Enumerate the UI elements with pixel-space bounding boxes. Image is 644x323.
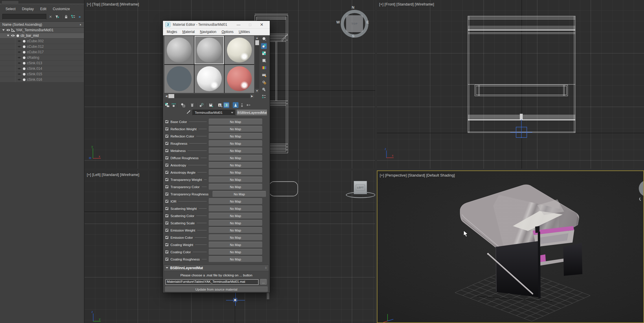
param-checkbox[interactable]: [165, 243, 169, 247]
param-checkbox[interactable]: [165, 127, 169, 131]
sample-slot-5[interactable]: [195, 65, 224, 93]
backlight-icon[interactable]: [261, 43, 267, 49]
param-map-button[interactable]: No Map: [209, 177, 262, 183]
explorer-menu-select[interactable]: Select: [2, 6, 19, 12]
param-checkbox[interactable]: [165, 142, 169, 145]
make-preview-icon[interactable]: [261, 72, 267, 78]
tree-item-cSink.016[interactable]: cSink.016: [0, 77, 84, 82]
param-map-button[interactable]: No Map: [209, 148, 262, 154]
horizontal-scroll-thumb[interactable]: [168, 94, 174, 98]
put-to-library-icon[interactable]: [208, 102, 214, 108]
param-checkbox[interactable]: [165, 120, 169, 124]
scroll-up-icon[interactable]: ▲: [255, 36, 259, 40]
slots-horizontal-scrollbar[interactable]: ◀ ▶: [164, 94, 254, 98]
param-map-button[interactable]: No Map: [209, 213, 262, 219]
viewcube-left[interactable]: LEFT: [354, 181, 367, 194]
tree-item-cSink.015[interactable]: cSink.015: [0, 71, 84, 77]
param-checkbox[interactable]: [165, 236, 169, 239]
tree-item-cCube.002[interactable]: cCube.002: [0, 38, 84, 44]
name-column-header[interactable]: Name (Sorted Ascending) ▲: [0, 21, 84, 27]
material-map-navigator-icon[interactable]: [261, 94, 267, 100]
eye-hidden-icon[interactable]: [17, 78, 21, 81]
eye-hidden-icon[interactable]: [17, 62, 21, 65]
mat-file-path-field[interactable]: Materials\Furniture\Tables\YAK_TerminusB…: [166, 279, 258, 285]
viewport-perspective-label[interactable]: [+] [Perspective] [Standard] [Default Sh…: [380, 173, 455, 177]
minimize-button[interactable]: —: [233, 23, 244, 27]
param-checkbox[interactable]: [165, 257, 169, 261]
object-dot-icon[interactable]: [23, 45, 25, 48]
background-icon[interactable]: [261, 50, 267, 56]
param-map-button[interactable]: No Map: [209, 234, 262, 241]
param-map-button[interactable]: No Map: [209, 205, 262, 212]
viewport-perspective[interactable]: [+] [Perspective] [Standard] [Default Sh…: [377, 170, 644, 323]
tree-item-YAK_TerminusBarMid01[interactable]: YAK_TerminusBarMid01: [0, 27, 84, 33]
object-dot-icon[interactable]: [23, 78, 25, 81]
object-dot-icon[interactable]: [23, 73, 25, 76]
tree-item-cCube.012[interactable]: cCube.012: [0, 44, 84, 49]
param-checkbox[interactable]: [165, 170, 169, 174]
compass-west[interactable]: W: [336, 20, 340, 24]
reset-map-icon[interactable]: [189, 102, 195, 108]
param-map-button[interactable]: No Map: [209, 249, 262, 255]
param-checkbox[interactable]: [165, 134, 169, 138]
eye-hidden-icon[interactable]: [17, 56, 21, 59]
show-shaded-material-in-viewport-icon[interactable]: [223, 102, 229, 108]
param-checkbox[interactable]: [165, 149, 169, 153]
tree-item-cSink.014[interactable]: cSink.014: [0, 66, 84, 71]
param-checkbox[interactable]: [165, 207, 169, 210]
clear-search-icon[interactable]: ✕: [48, 14, 53, 19]
vertical-scroll-thumb[interactable]: [255, 40, 259, 45]
param-map-button[interactable]: No Map: [209, 133, 262, 139]
viewcube-compass[interactable]: TOP N E S W: [337, 6, 369, 38]
search-input[interactable]: [2, 14, 46, 20]
object-dot-icon[interactable]: [23, 62, 25, 65]
browse-button[interactable]: ...: [260, 279, 267, 285]
param-checkbox[interactable]: [165, 199, 169, 203]
slots-vertical-scrollbar[interactable]: ▲ ▼: [255, 36, 259, 93]
material-editor-titlebar[interactable]: 3 Material Editor - TerminusBarMid01 — □…: [163, 21, 270, 29]
filter-icon[interactable]: [55, 14, 60, 19]
material-name-dropdown[interactable]: TerminusBarMid01: [192, 110, 235, 115]
lock-icon[interactable]: [64, 14, 69, 19]
param-checkbox[interactable]: [165, 250, 169, 254]
tree-item-cb_bar_mid[interactable]: cb_bar_mid: [0, 33, 84, 38]
sample-type-icon[interactable]: [261, 36, 267, 42]
material-id-channel-icon[interactable]: 0: [217, 102, 223, 108]
editor-menu-navigation[interactable]: Navigation: [197, 30, 219, 34]
put-material-to-scene-icon[interactable]: [171, 102, 177, 108]
pick-material-eyedropper-icon[interactable]: [186, 109, 191, 115]
editor-menu-utilities[interactable]: Utilities: [236, 30, 253, 34]
param-map-button[interactable]: No Map: [209, 256, 262, 262]
param-checkbox[interactable]: [165, 192, 169, 196]
param-map-button[interactable]: No Map: [209, 198, 262, 204]
assign-material-to-selection-icon[interactable]: [180, 102, 186, 108]
param-map-button[interactable]: No Map: [209, 162, 262, 168]
viewport-front-label[interactable]: [+] [Front] [Standard] [Wireframe]: [379, 2, 434, 6]
update-from-source-button[interactable]: Update from source material: [165, 287, 268, 292]
sample-slot-2[interactable]: [195, 36, 224, 64]
expander-icon[interactable]: [7, 35, 9, 36]
object-dot-icon[interactable]: [23, 51, 25, 54]
compass-top-face[interactable]: TOP: [346, 15, 363, 32]
scroll-right-icon[interactable]: ▶: [250, 94, 254, 98]
material-type-button[interactable]: BSBlinnLayeredMat: [236, 110, 267, 115]
scroll-left-icon[interactable]: ◀: [164, 94, 168, 98]
video-color-check-icon[interactable]: [261, 65, 267, 71]
viewport-top-label[interactable]: [+] [Top] [Standard] [Wireframe]: [87, 2, 139, 6]
eye-hidden-icon[interactable]: [17, 51, 21, 54]
make-material-copy-icon[interactable]: [199, 102, 204, 108]
param-map-button[interactable]: No Map: [209, 184, 262, 190]
param-map-button[interactable]: No Map: [209, 169, 262, 175]
param-map-button[interactable]: No Map: [209, 227, 262, 233]
eye-hidden-icon[interactable]: [17, 45, 21, 48]
object-dot-icon[interactable]: [16, 34, 19, 37]
param-map-button[interactable]: No Map: [209, 126, 262, 132]
explorer-menu-customize[interactable]: Customize: [49, 6, 73, 12]
param-checkbox[interactable]: [165, 156, 169, 160]
param-checkbox[interactable]: [165, 228, 169, 232]
tree-item-cSink.013[interactable]: cSink.013: [0, 60, 84, 66]
tree-item-cCube.017[interactable]: cCube.017: [0, 49, 84, 55]
object-dot-icon[interactable]: [23, 56, 25, 59]
param-map-button[interactable]: No Map: [209, 140, 262, 146]
object-dot-icon[interactable]: [23, 40, 25, 43]
